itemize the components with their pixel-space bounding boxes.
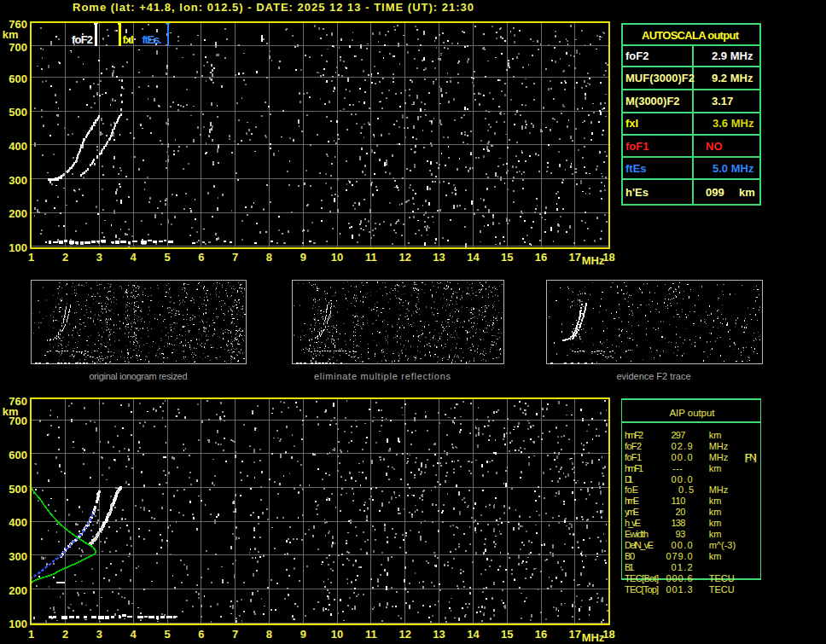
svg-text:NO: NO bbox=[706, 140, 723, 153]
svg-text:TEC[Bot]: TEC[Bot] bbox=[625, 573, 659, 583]
svg-text:16: 16 bbox=[535, 251, 547, 264]
svg-text:2: 2 bbox=[62, 628, 68, 641]
svg-text:000.6: 000.6 bbox=[666, 573, 693, 583]
svg-text:00.0: 00.0 bbox=[672, 474, 693, 484]
svg-text:km: km bbox=[739, 186, 755, 199]
svg-text:700: 700 bbox=[9, 41, 27, 54]
svg-text:km: km bbox=[3, 405, 19, 418]
svg-text:ftEs.: ftEs. bbox=[143, 33, 162, 46]
svg-text:10: 10 bbox=[331, 628, 343, 641]
svg-text:MHz: MHz bbox=[709, 484, 729, 495]
svg-text:11: 11 bbox=[365, 628, 377, 641]
svg-text:15: 15 bbox=[501, 628, 513, 641]
svg-text:MHz: MHz bbox=[582, 631, 605, 644]
svg-text:TECU: TECU bbox=[709, 584, 735, 595]
svg-text:7: 7 bbox=[232, 251, 238, 264]
svg-text:D1: D1 bbox=[625, 474, 633, 484]
svg-text:001.3: 001.3 bbox=[666, 584, 693, 595]
svg-text:6: 6 bbox=[198, 628, 204, 641]
svg-text:---: --- bbox=[672, 463, 683, 473]
svg-text:foF1: foF1 bbox=[625, 140, 649, 153]
svg-text:eliminate multiple reflections: eliminate multiple reflections bbox=[314, 371, 451, 381]
svg-text:099: 099 bbox=[706, 186, 724, 199]
svg-text:16: 16 bbox=[535, 628, 547, 641]
svg-text:9.2 MHz: 9.2 MHz bbox=[712, 72, 753, 84]
svg-text:fxI: fxI bbox=[625, 117, 638, 130]
svg-text:h_vE: h_vE bbox=[625, 518, 641, 528]
svg-text:B0: B0 bbox=[625, 551, 635, 561]
svg-text:17: 17 bbox=[569, 251, 581, 264]
svg-text:hmE: hmE bbox=[625, 496, 639, 506]
svg-text:km: km bbox=[709, 430, 722, 440]
svg-text:00.0: 00.0 bbox=[672, 540, 693, 550]
svg-text:h'Es: h'Es bbox=[625, 186, 649, 199]
svg-text:20: 20 bbox=[675, 507, 685, 517]
svg-text:00.0: 00.0 bbox=[672, 452, 693, 462]
svg-text:B1: B1 bbox=[625, 562, 634, 572]
svg-text:foF2: foF2 bbox=[625, 49, 649, 62]
svg-text:km: km bbox=[709, 518, 722, 528]
svg-text:Rome (lat: +41.8, lon: 012.5): Rome (lat: +41.8, lon: 012.5) - DATE: 20… bbox=[73, 1, 474, 14]
svg-text:MHz: MHz bbox=[709, 441, 729, 451]
svg-text:3.17: 3.17 bbox=[712, 95, 733, 107]
svg-text:400: 400 bbox=[9, 140, 27, 153]
svg-text:foF2: foF2 bbox=[625, 441, 642, 451]
svg-text:12: 12 bbox=[398, 251, 410, 264]
svg-text:500: 500 bbox=[9, 106, 27, 119]
svg-text:14: 14 bbox=[467, 628, 480, 641]
svg-text:15: 15 bbox=[501, 251, 513, 264]
svg-text:600: 600 bbox=[9, 73, 27, 85]
svg-text:M(3000)F2: M(3000)F2 bbox=[625, 95, 680, 107]
svg-text:AIP output: AIP output bbox=[670, 408, 716, 418]
svg-text:100: 100 bbox=[9, 618, 27, 630]
svg-text:138: 138 bbox=[671, 518, 685, 528]
svg-text:2.9 MHz: 2.9 MHz bbox=[712, 49, 753, 62]
svg-text:400: 400 bbox=[9, 516, 27, 529]
svg-text:6: 6 bbox=[198, 251, 204, 264]
svg-text:km: km bbox=[709, 496, 722, 506]
svg-text:DelN_vE: DelN_vE bbox=[625, 540, 654, 550]
svg-text:14: 14 bbox=[467, 251, 480, 264]
svg-text:5: 5 bbox=[164, 251, 170, 264]
svg-text:3: 3 bbox=[96, 628, 102, 641]
svg-text:km: km bbox=[709, 529, 722, 539]
svg-text:8: 8 bbox=[266, 628, 272, 641]
svg-text:079.0: 079.0 bbox=[666, 551, 693, 561]
svg-text:4: 4 bbox=[131, 251, 137, 264]
svg-text:1: 1 bbox=[28, 251, 34, 264]
svg-text:TEC[Top]: TEC[Top] bbox=[625, 584, 659, 595]
svg-text:ymE: ymE bbox=[625, 507, 639, 517]
svg-text:200: 200 bbox=[9, 207, 27, 220]
svg-text:1: 1 bbox=[28, 628, 34, 641]
svg-text:297: 297 bbox=[671, 430, 685, 440]
svg-text:100: 100 bbox=[9, 241, 27, 254]
svg-text:13: 13 bbox=[433, 251, 445, 264]
svg-text:evidence F2 trace: evidence F2 trace bbox=[617, 371, 691, 381]
svg-text:0.5: 0.5 bbox=[678, 484, 694, 495]
svg-text:18: 18 bbox=[602, 251, 614, 264]
svg-text:9: 9 bbox=[300, 251, 306, 264]
svg-text:3.6 MHz: 3.6 MHz bbox=[713, 117, 754, 130]
svg-text:93: 93 bbox=[675, 529, 685, 539]
svg-text:hmF1: hmF1 bbox=[625, 463, 643, 473]
svg-text:8: 8 bbox=[266, 251, 272, 264]
svg-text:4: 4 bbox=[131, 628, 137, 641]
svg-text:01.2: 01.2 bbox=[672, 562, 693, 572]
svg-text:9: 9 bbox=[300, 628, 306, 641]
svg-text:7: 7 bbox=[232, 628, 238, 641]
svg-text:foF2: foF2 bbox=[72, 33, 93, 46]
svg-text:110: 110 bbox=[671, 496, 685, 506]
svg-text:[PN]: [PN] bbox=[745, 452, 757, 462]
svg-text:500: 500 bbox=[9, 483, 27, 496]
svg-text:5: 5 bbox=[164, 628, 170, 641]
svg-text:TECU: TECU bbox=[709, 573, 735, 583]
svg-text:original ionogram resized: original ionogram resized bbox=[90, 371, 188, 381]
svg-text:fxI: fxI bbox=[123, 33, 134, 46]
svg-text:17: 17 bbox=[569, 628, 581, 641]
svg-text:300: 300 bbox=[9, 174, 27, 187]
svg-text:MHz: MHz bbox=[709, 452, 729, 462]
svg-text:ftEs: ftEs bbox=[625, 162, 647, 175]
svg-text:MHz: MHz bbox=[582, 254, 605, 267]
svg-text:foF1: foF1 bbox=[625, 452, 642, 462]
svg-text:2: 2 bbox=[62, 251, 68, 264]
